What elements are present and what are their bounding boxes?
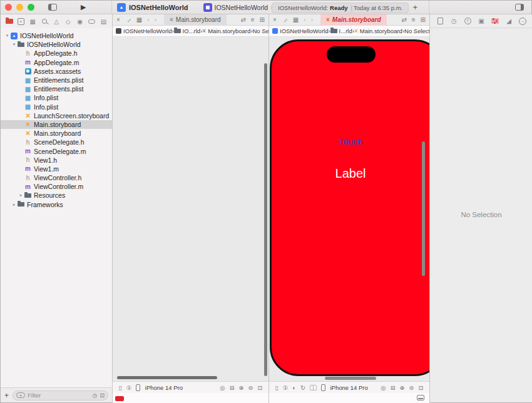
zoom-window-button[interactable] [28,4,34,11]
add-file-button[interactable]: + [4,391,9,400]
close-window-button[interactable] [5,4,12,11]
symbols-navigator-icon[interactable]: ▦ [29,18,37,26]
file-row[interactable]: ▦Info.plist [1,103,112,111]
breadcrumb-item[interactable]: ×Main.storyboard [354,28,402,34]
add-editor-icon[interactable]: ⊞ [260,16,265,23]
inspector-toggle-icon[interactable] [515,4,524,11]
horizontal-scrollbar[interactable] [117,376,217,379]
outline-toggle-icon[interactable]: ▯ [119,384,122,391]
breadcrumb-item[interactable]: ×Main.storyboard [202,28,250,34]
disclosure-chevron-icon[interactable]: ▾ [11,42,17,47]
horizontal-scrollbar[interactable] [325,377,376,380]
scm-filter-icon[interactable]: ⊡ [100,392,105,399]
file-row[interactable]: hSceneDelegate.h [1,138,112,146]
forward-icon[interactable]: › [311,16,313,23]
breadcrumb-item[interactable]: IO...rld [174,28,201,34]
breakpoints-navigator-icon[interactable] [88,18,96,26]
disclosure-chevron-icon[interactable]: ▸ [18,193,24,198]
storyboard-canvas-right[interactable]: Touch Label [269,37,429,381]
close-editor-icon[interactable]: × [273,16,277,23]
file-row[interactable]: ▦Entitlements.plist [1,84,112,93]
appearance-icon[interactable]: ◐ [292,384,296,391]
adjust-editor-icon[interactable]: ≡ [412,16,416,23]
add-constraints-icon[interactable]: ⊕ [400,384,405,391]
file-row[interactable]: ▸Frameworks [1,200,112,209]
recent-files-icon[interactable]: ◷ [93,392,98,399]
issues-navigator-icon[interactable]: △ [53,18,61,26]
file-row[interactable]: Assets.xcassets [1,67,112,76]
split-view-icon[interactable] [310,385,317,390]
file-inspector-icon[interactable] [436,17,444,25]
disclosure-chevron-icon[interactable]: ▸ [11,202,17,207]
editor-grid-icon[interactable]: ▦ [136,16,142,23]
resolve-autolayout-icon[interactable]: ⊜ [248,384,253,391]
filter-field[interactable]: ▾ Filter ◷ ⊡ [13,390,108,400]
back-icon[interactable]: ‹ [304,16,305,23]
debug-navigator-icon[interactable]: ◉ [76,18,84,26]
fullscreen-editor-icon[interactable]: ↔ [280,15,289,24]
outline-toggle-icon[interactable]: ▯ [275,384,279,391]
file-row[interactable]: mViewController.m [1,182,112,191]
attributes-inspector-icon[interactable] [491,17,499,25]
vertical-scrollbar[interactable] [264,63,267,376]
tests-navigator-icon[interactable]: ◇ [64,18,72,26]
iphone-canvas[interactable]: Touch Label [270,39,429,376]
code-review-icon[interactable]: ⇄ [240,16,245,23]
project-navigator-icon[interactable] [5,18,13,26]
touch-button[interactable]: Touch [272,137,429,146]
file-row[interactable]: ×Main.storyboard [1,129,112,138]
file-row[interactable]: ▾▲IOSNetHelloWorld [1,31,112,40]
breadcrumb-item[interactable]: IOSNetHelloWorld [116,28,171,34]
run-button[interactable]: ▶ [81,3,86,11]
forward-icon[interactable]: › [155,16,156,23]
file-row[interactable]: mSceneDelegate.m [1,146,112,155]
reports-navigator-icon[interactable]: ▤ [100,18,108,26]
file-row[interactable]: mAppDelegate.m [1,58,112,67]
embed-icon[interactable]: ⊡ [419,384,424,391]
add-constraints-icon[interactable]: ⊕ [239,384,244,391]
tab-main-storyboard-active[interactable]: × Main.storyboard [320,14,387,26]
search-navigator-icon[interactable] [41,18,49,26]
file-row[interactable]: ×Main.storyboard [1,120,112,129]
align-icon[interactable]: ⊟ [230,384,235,391]
code-review-icon[interactable]: ⇄ [401,16,406,23]
source-control-navigator-icon[interactable]: × [17,18,25,26]
device-name[interactable]: iPhone 14 Pro [330,384,367,391]
adaptation-icon[interactable]: ① [126,384,132,391]
fullscreen-editor-icon[interactable]: ↔ [123,15,133,24]
size-inspector-icon[interactable]: ◢ [505,17,513,25]
file-row[interactable]: ×LaunchScreen.storyboard [1,111,112,120]
adaptation-icon[interactable]: ① [283,384,289,391]
vertical-scrollbar[interactable] [422,141,425,276]
file-row[interactable]: mView1.m [1,165,112,173]
add-editor-icon[interactable]: ⊞ [421,16,426,23]
history-inspector-icon[interactable]: ◷ [450,17,458,25]
file-row[interactable]: hView1.h [1,156,112,165]
editor-grid-icon[interactable]: ▦ [293,16,299,23]
file-row[interactable]: hAppDelegate.h [1,49,112,58]
breadcrumb-item[interactable]: No Selection [252,28,269,34]
navigator-toggle-icon[interactable] [48,4,57,11]
quick-help-inspector-icon[interactable]: ? [464,17,472,25]
connections-inspector-icon[interactable]: → [519,17,527,25]
file-row[interactable]: ▦Info.plist [1,93,112,102]
close-editor-icon[interactable]: × [116,16,120,23]
breadcrumb-item[interactable]: IOSNetHelloWorld [272,28,328,34]
embed-icon[interactable]: ⊡ [258,384,263,391]
disclosure-chevron-icon[interactable]: ▾ [4,33,10,38]
file-row[interactable]: hViewController.h [1,173,112,182]
breadcrumb-item[interactable]: No Selection [404,28,429,34]
minimize-window-button[interactable] [16,4,23,11]
tab-main-storyboard[interactable]: × Main.storyboard [164,14,227,26]
update-frames-icon[interactable]: ◎ [220,384,225,391]
orientation-icon[interactable]: ↻ [300,384,305,391]
scheme-selector[interactable]: IOSNetHelloWorld [215,4,269,11]
back-icon[interactable]: ‹ [147,16,149,23]
breadcrumb-item[interactable]: I...rld [330,28,352,34]
adjust-editor-icon[interactable]: ≡ [251,16,255,23]
update-frames-icon[interactable]: ◎ [381,384,386,391]
main-label[interactable]: Label [272,166,429,181]
resolve-autolayout-icon[interactable]: ⊜ [409,384,414,391]
file-row[interactable]: ▾IOSNetHelloWorld [1,40,112,49]
storyboard-canvas-left[interactable] [113,37,269,381]
